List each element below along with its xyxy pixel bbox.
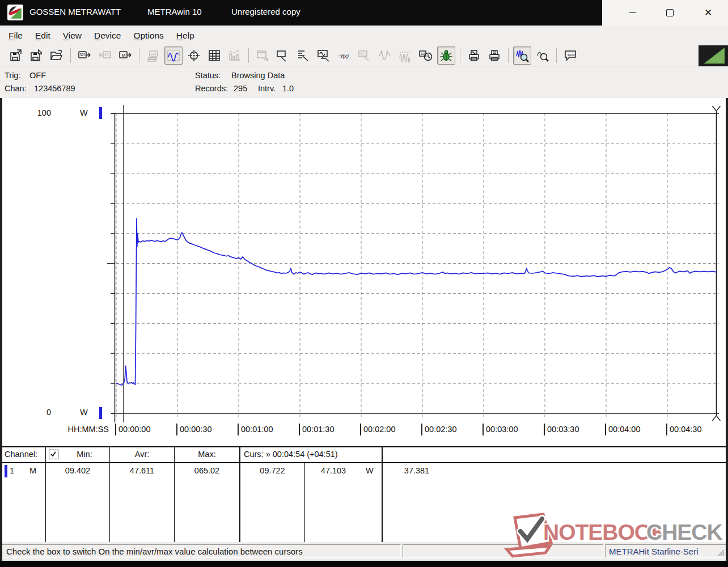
open-file-button[interactable] <box>48 46 66 65</box>
read-memory-button[interactable]: M <box>116 46 134 65</box>
x-axis-tick <box>238 424 239 435</box>
save-as-button[interactable] <box>27 46 45 65</box>
toolbar-separator <box>460 48 460 63</box>
window-border-left <box>0 98 2 561</box>
menu-item-file[interactable]: File <box>2 28 29 43</box>
x-axis-tick <box>482 424 484 435</box>
zoom-in-icon <box>515 49 529 62</box>
table-col-line <box>45 446 46 542</box>
records-value: 295 <box>234 84 247 93</box>
histogram-view-button[interactable] <box>226 46 244 65</box>
zoom-in-button[interactable] <box>513 46 531 65</box>
status-label: Status: <box>195 71 221 80</box>
time-interval-button[interactable]: 1/2 <box>417 46 435 65</box>
multimeter-display-button[interactable]: 1252 <box>144 46 162 65</box>
plot-area[interactable] <box>0 98 728 446</box>
corner-resize-triangle-icon[interactable] <box>699 45 728 66</box>
row-delta-value: 37.381 <box>383 466 451 475</box>
x-axis-tick-label: 00:01:30 <box>302 425 334 434</box>
x-axis-tick <box>605 424 606 435</box>
wave-cursor-settings-icon <box>378 49 392 62</box>
export-window-icon <box>256 49 269 62</box>
toolbar-corner-block <box>699 45 728 66</box>
close-button[interactable]: ✕ <box>692 0 725 26</box>
print-chart-button[interactable] <box>465 46 483 65</box>
app-logo-icon <box>7 5 23 20</box>
read-device-button[interactable]: 321 <box>75 46 94 65</box>
x-axis-tick <box>666 424 667 435</box>
cursor-2-top-handle[interactable] <box>712 106 720 113</box>
save-file-button[interactable] <box>7 46 25 65</box>
col-header-min: Min: <box>59 450 110 459</box>
read-device-icon: 321 <box>78 49 91 62</box>
status-value: Browsing Data <box>231 71 285 80</box>
save-as-icon <box>29 49 43 62</box>
channel-config-button[interactable] <box>294 46 312 65</box>
svg-text:1252: 1252 <box>151 52 158 56</box>
table-view-button[interactable] <box>205 46 223 65</box>
menu-bar: FileEditViewDeviceOptionsHelp <box>0 26 728 45</box>
menu-item-view[interactable]: View <box>57 28 88 43</box>
connected-device-name: METRAHit Starline-Seri <box>609 547 699 556</box>
records-label: Records: <box>195 84 228 93</box>
device-config-icon <box>276 49 290 62</box>
title-brand: GOSSEN METRAWATT <box>29 7 121 16</box>
channel-stats-table: Channel: Min: Avr: Max: Curs: » 00:04:54… <box>0 446 728 542</box>
print-report-button[interactable] <box>485 46 503 65</box>
svg-text:321: 321 <box>104 53 111 57</box>
open-file-icon <box>50 49 64 62</box>
toolbar: 321321M1252=f(x)3211/21/2/3 <box>0 45 728 66</box>
channel-1-color-marker <box>5 465 7 477</box>
col-header-channel: Channel: <box>5 450 37 459</box>
display-config-button[interactable] <box>315 46 333 65</box>
notes-button[interactable]: 1/2/3 <box>561 46 579 65</box>
statusbar-device-segment: METRAHit Starline-Seri <box>605 544 726 558</box>
x-axis-format-label: HH:MM:SS <box>56 425 109 434</box>
cursor-scope-view-button[interactable] <box>185 46 203 65</box>
demo-bug-icon <box>439 49 453 62</box>
menu-item-edit[interactable]: Edit <box>29 28 57 43</box>
row-cursor1-value: 09.722 <box>240 466 304 475</box>
window-border-bottom <box>0 561 728 567</box>
menu-item-help[interactable]: Help <box>170 28 201 43</box>
wave-dense-settings-button[interactable] <box>396 46 414 65</box>
chart-panel[interactable]: 100 W 0 W HH:MM:SS 00:00:0000:00:3000:01… <box>0 98 728 446</box>
zoom-out-button[interactable] <box>534 46 552 65</box>
row-min-value: 09.402 <box>46 466 109 475</box>
save-file-icon <box>9 49 23 62</box>
x-axis-tick-label: 00:03:00 <box>486 425 518 434</box>
menu-item-options[interactable]: Options <box>127 28 170 43</box>
svg-text:M: M <box>122 53 126 58</box>
x-axis-tick-label: 00:01:00 <box>241 425 273 434</box>
x-axis-label-row: HH:MM:SS 00:00:0000:00:3000:01:0000:01:3… <box>0 423 728 439</box>
formula-fx-button[interactable]: =f(x) <box>335 46 353 65</box>
title-app: METRAwin 10 <box>147 7 202 16</box>
send-device-button[interactable]: 321 <box>96 46 114 65</box>
app-window: GOSSEN METRAWATT METRAwin 10 Unregistere… <box>0 0 728 567</box>
col-header-cursor: Curs: » 00:04:54 (+04:51) <box>244 450 338 459</box>
demo-bug-button[interactable] <box>437 46 455 65</box>
cursor-2-bottom-handle[interactable] <box>712 413 720 421</box>
wave-cursor-settings-button[interactable] <box>376 46 394 65</box>
row-avr-value: 47.611 <box>110 466 174 475</box>
trig-label: Trig: <box>5 71 20 80</box>
row-channel-mode: M <box>29 466 36 475</box>
export-window-button[interactable] <box>253 46 272 65</box>
minmax-toggle-checkbox[interactable] <box>49 450 58 459</box>
maximize-button[interactable] <box>653 0 686 26</box>
device-config-button[interactable] <box>274 46 292 65</box>
x-axis-tick-label: 00:02:30 <box>425 425 456 434</box>
menu-item-device[interactable]: Device <box>88 28 127 43</box>
close-icon: ✕ <box>704 8 712 18</box>
col-header-avr: Avr: <box>110 450 174 459</box>
svg-text:1/2/3: 1/2/3 <box>568 53 575 57</box>
minimize-button[interactable] <box>616 0 649 26</box>
chart-view-button[interactable] <box>164 46 183 65</box>
print-chart-icon <box>467 49 481 62</box>
chart-view-icon <box>167 49 180 62</box>
x-axis-tick <box>544 424 545 435</box>
col-header-max: Max: <box>175 450 239 459</box>
interval-label: Intrv. <box>258 84 276 93</box>
resize-grip-icon[interactable] <box>717 548 725 556</box>
device-settings-button[interactable]: 321 <box>355 46 374 65</box>
